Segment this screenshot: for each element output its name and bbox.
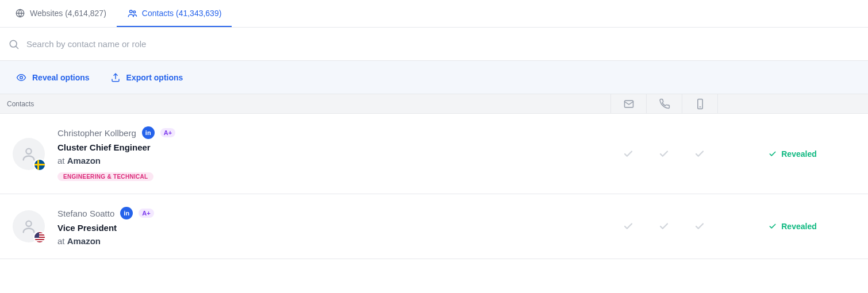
flag-icon xyxy=(34,232,45,242)
tab-contacts[interactable]: Contacts (41,343,639) xyxy=(117,0,232,27)
contact-title: Vice President xyxy=(57,223,610,233)
status-cell[interactable]: Revealed xyxy=(717,149,868,159)
col-header-status xyxy=(717,94,868,113)
avatar-wrap xyxy=(0,138,57,170)
svg-point-3 xyxy=(133,10,136,13)
export-options-label: Export options xyxy=(126,73,183,82)
check-icon xyxy=(623,221,633,232)
at-prefix: at xyxy=(57,236,67,246)
globe-icon xyxy=(15,8,25,18)
reveal-options-label: Reveal options xyxy=(32,73,90,82)
search-bar xyxy=(0,28,868,61)
eye-icon xyxy=(16,72,26,83)
at-prefix: at xyxy=(57,156,67,165)
contact-main: Christopher Kollberg in A+ Cluster Chief… xyxy=(57,126,610,181)
search-icon xyxy=(8,38,20,50)
svg-point-2 xyxy=(129,10,132,13)
col-header-mobile[interactable] xyxy=(682,94,717,113)
person-icon xyxy=(21,146,37,162)
tab-contacts-label: Contacts (41,343,639) xyxy=(142,9,222,18)
col-header-phone[interactable] xyxy=(646,94,682,113)
phone-icon xyxy=(659,98,670,110)
col-header-email[interactable] xyxy=(610,94,646,113)
flag-badge xyxy=(33,159,46,171)
company-name[interactable]: Amazon xyxy=(67,236,101,246)
contact-name[interactable]: Christopher Kollberg xyxy=(57,128,136,138)
mail-icon xyxy=(623,98,635,110)
tab-websites-label: Websites (4,614,827) xyxy=(30,9,106,18)
contact-company-line: at Amazon xyxy=(57,156,610,165)
row-check-mobile[interactable] xyxy=(682,149,717,159)
status-label: Revealed xyxy=(781,149,816,159)
row-check-phone[interactable] xyxy=(646,149,682,159)
check-icon xyxy=(769,222,777,230)
svg-point-6 xyxy=(20,76,23,79)
table-header-contacts: Contacts xyxy=(0,100,610,108)
row-checks xyxy=(610,149,717,159)
export-icon xyxy=(110,72,121,83)
grade-badge: A+ xyxy=(139,209,153,218)
contact-name[interactable]: Stefano Soatto xyxy=(57,209,114,218)
row-check-mobile[interactable] xyxy=(682,221,717,232)
contact-main: Stefano Soatto in A+ Vice President at A… xyxy=(57,207,610,246)
table-row: Stefano Soatto in A+ Vice President at A… xyxy=(0,194,868,259)
check-icon xyxy=(659,149,669,159)
avatar-wrap xyxy=(0,210,57,242)
options-bar: Reveal options Export options xyxy=(0,61,868,94)
row-check-email[interactable] xyxy=(610,221,646,232)
row-check-phone[interactable] xyxy=(646,221,682,232)
svg-line-5 xyxy=(16,46,18,48)
check-icon xyxy=(694,149,705,159)
check-icon xyxy=(623,149,633,159)
grade-badge: A+ xyxy=(160,128,175,137)
export-options-button[interactable]: Export options xyxy=(110,72,183,83)
status-label: Revealed xyxy=(781,222,816,231)
table-body: Christopher Kollberg in A+ Cluster Chief… xyxy=(0,114,868,259)
tab-websites[interactable]: Websites (4,614,827) xyxy=(5,0,117,27)
flag-badge xyxy=(33,231,46,244)
svg-point-12 xyxy=(26,221,31,226)
check-icon xyxy=(769,150,777,158)
contact-title: Cluster Chief Engineer xyxy=(57,142,610,152)
status-cell[interactable]: Revealed xyxy=(717,222,868,231)
contact-company-line: at Amazon xyxy=(57,236,610,246)
check-icon xyxy=(694,221,705,232)
row-checks xyxy=(610,221,717,232)
mobile-icon xyxy=(694,98,706,110)
company-name[interactable]: Amazon xyxy=(67,156,101,165)
linkedin-icon[interactable]: in xyxy=(142,126,155,139)
contacts-icon xyxy=(127,8,137,18)
table-header: Contacts xyxy=(0,94,868,114)
table-row: Christopher Kollberg in A+ Cluster Chief… xyxy=(0,114,868,194)
search-input[interactable] xyxy=(26,39,860,49)
row-check-email[interactable] xyxy=(610,149,646,159)
check-icon xyxy=(659,221,669,232)
svg-point-11 xyxy=(26,148,31,153)
tabs-bar: Websites (4,614,827) Contacts (41,343,63… xyxy=(0,0,868,28)
reveal-options-button[interactable]: Reveal options xyxy=(16,72,90,83)
category-tag[interactable]: ENGINEERING & TECHNICAL xyxy=(57,172,153,181)
linkedin-icon[interactable]: in xyxy=(120,207,133,219)
person-icon xyxy=(21,218,37,234)
flag-icon xyxy=(34,160,45,170)
